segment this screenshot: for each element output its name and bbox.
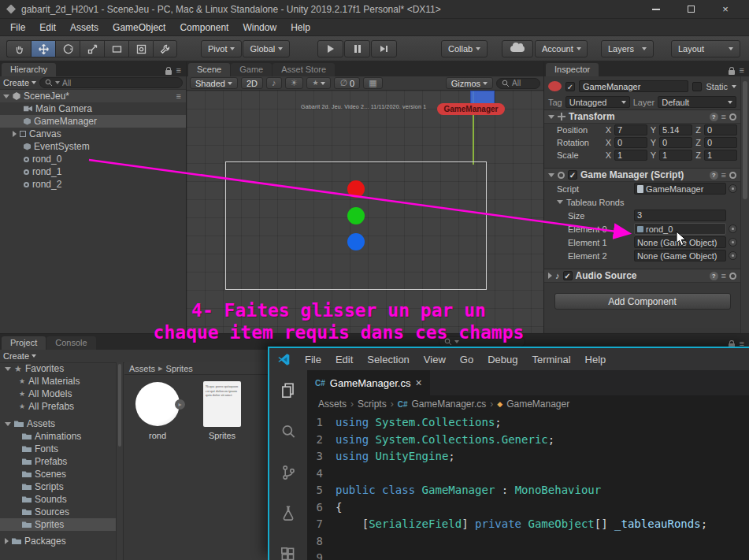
tab-project[interactable]: Project (2, 336, 46, 350)
project-search-input[interactable] (439, 336, 525, 347)
folder-scripts[interactable]: Scripts (0, 480, 123, 493)
grid-toggle-button[interactable]: ▦ (363, 77, 382, 89)
sprite-rond1[interactable] (347, 207, 365, 224)
global-button[interactable]: Global (243, 40, 290, 57)
step-button[interactable] (371, 40, 397, 57)
object-picker-icon[interactable] (729, 184, 737, 193)
tab-game[interactable]: Game (231, 63, 272, 76)
sprite-rond2[interactable] (347, 233, 365, 250)
pause-button[interactable] (344, 40, 370, 57)
position-x-field[interactable]: 7 (614, 124, 647, 135)
menu-gameobject[interactable]: GameObject (106, 22, 172, 33)
code-area[interactable]: 1using System.Collections; 2using System… (307, 413, 749, 560)
presets-icon[interactable]: ≡ (721, 171, 726, 180)
rotation-z-field[interactable]: 0 (704, 137, 737, 148)
scrollbar-thumb[interactable] (118, 364, 121, 447)
menu-edit[interactable]: Edit (32, 22, 63, 33)
gear-icon[interactable] (729, 172, 736, 179)
favorite-all-materials[interactable]: ★All Materials (0, 375, 123, 388)
foldout-open-icon[interactable] (548, 115, 554, 119)
source-control-icon[interactable] (279, 463, 298, 485)
menu-file[interactable]: File (3, 22, 32, 33)
array-foldout-row[interactable]: Tableau Ronds (544, 195, 740, 209)
hierarchy-item-rond0[interactable]: rond_0 (0, 153, 186, 165)
menu-component[interactable]: Component (172, 22, 235, 33)
lighting-toggle-button[interactable]: ☀ (285, 77, 304, 89)
rotation-y-field[interactable]: 0 (659, 137, 692, 148)
sprite-expander-button[interactable]: ▸ (175, 399, 185, 410)
crumb-assets[interactable]: Assets (318, 399, 347, 410)
rotation-x-field[interactable]: 0 (614, 137, 647, 148)
audio-toggle-button[interactable]: ♪ (266, 77, 282, 89)
help-icon[interactable]: ? (710, 113, 718, 121)
tab-scene[interactable]: Scene (188, 63, 230, 76)
size-field[interactable]: 3 (634, 210, 726, 221)
folder-scenes[interactable]: Scenes (0, 468, 123, 480)
position-z-field[interactable]: 0 (704, 124, 737, 135)
gear-icon[interactable] (729, 273, 736, 280)
component-enabled-checkbox[interactable]: ✓ (563, 271, 573, 280)
scale-x-field[interactable]: 1 (614, 150, 647, 161)
panel-menu-icon[interactable]: ≡ (740, 66, 744, 75)
static-checkbox[interactable] (692, 82, 702, 91)
scrollbar-thumb[interactable] (743, 81, 747, 199)
collab-button[interactable]: Collab (441, 40, 488, 57)
object-picker-icon[interactable] (729, 251, 737, 260)
cloud-button[interactable] (502, 40, 533, 57)
transform-tool-button[interactable] (128, 40, 153, 57)
vscode-menu-help[interactable]: Help (579, 354, 613, 365)
position-y-field[interactable]: 5.14 (659, 124, 692, 135)
foldout-open-icon[interactable] (5, 367, 11, 371)
folder-sprites[interactable]: Sprites (0, 518, 123, 531)
tab-hierarchy[interactable]: Hierarchy (2, 63, 56, 76)
gameobject-label-icon[interactable] (548, 81, 562, 91)
foldout-closed-icon[interactable] (5, 538, 9, 544)
shaded-dropdown[interactable]: Shaded (190, 77, 238, 89)
breadcrumb-sprites[interactable]: Sprites (166, 364, 193, 373)
lock-icon[interactable] (165, 70, 172, 75)
2d-toggle-button[interactable]: 2D (241, 77, 263, 89)
extensions-icon[interactable] (279, 545, 298, 560)
audio-source-header[interactable]: ♪ ✓ Audio Source ? ≡ (544, 269, 740, 283)
move-tool-button[interactable] (31, 40, 55, 57)
tab-gamemanager-cs[interactable]: C# GameManager.cs × (307, 370, 431, 395)
script-component-header[interactable]: ✓ Game Manager (Script) ? ≡ (544, 168, 740, 182)
crumb-file[interactable]: GameManager.cs (412, 399, 487, 410)
scale-z-field[interactable]: 1 (704, 150, 737, 161)
transform-header[interactable]: Transform ? ≡ (544, 109, 740, 124)
folder-sounds[interactable]: Sounds (0, 493, 123, 506)
vscode-menu-terminal[interactable]: Terminal (525, 354, 577, 365)
debug-icon[interactable] (279, 504, 298, 526)
tab-console[interactable]: Console (46, 336, 95, 350)
tab-asset-store[interactable]: Asset Store (273, 63, 335, 76)
layout-button[interactable]: Layout (671, 40, 740, 57)
rect-tool-button[interactable] (104, 40, 128, 57)
vscode-menu-debug[interactable]: Debug (481, 354, 524, 365)
vscode-menu-go[interactable]: Go (454, 354, 480, 365)
search-filter-caret[interactable] (454, 340, 459, 343)
scale-y-field[interactable]: 1 (659, 150, 692, 161)
sprite-rond0[interactable] (347, 180, 365, 198)
folder-fonts[interactable]: Fonts (0, 443, 123, 455)
element-2-object-field[interactable]: None (Game Object) (634, 250, 726, 261)
presets-icon[interactable]: ≡ (721, 272, 726, 280)
favorite-all-prefabs[interactable]: ★All Prefabs (0, 400, 123, 413)
hierarchy-item-gamemanager[interactable]: GameManager (0, 115, 186, 128)
search-icon[interactable] (279, 422, 298, 444)
crumb-class[interactable]: GameManager (506, 399, 569, 410)
vscode-menu-edit[interactable]: Edit (329, 354, 359, 365)
hierarchy-item-eventsystem[interactable]: EventSystem (0, 140, 186, 153)
foldout-open-icon[interactable] (557, 200, 563, 204)
hierarchy-item-rond1[interactable]: rond_1 (0, 165, 186, 178)
foldout-open-icon[interactable] (548, 173, 554, 177)
panel-menu-icon[interactable]: ≡ (176, 66, 181, 75)
asset-sprites-text[interactable]: Neque porro quisquam est qui dolorem ips… (194, 380, 250, 440)
favorite-all-models[interactable]: ★All Models (0, 388, 123, 400)
layers-button[interactable]: Layers (601, 40, 654, 57)
project-tree-scrollbar[interactable] (116, 362, 123, 560)
element-0-object-field[interactable]: rond_0 (634, 223, 726, 235)
maximize-button[interactable] (673, 0, 708, 19)
scene-menu-icon[interactable]: ≡ (176, 92, 181, 101)
object-picker-icon[interactable] (729, 238, 737, 247)
menu-help[interactable]: Help (284, 22, 317, 33)
